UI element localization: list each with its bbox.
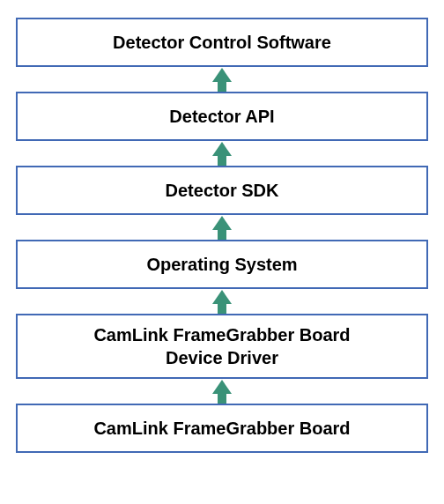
layer-camlink-board: CamLink FrameGrabber Board (16, 404, 428, 453)
layer-label: Operating System (146, 253, 297, 276)
layer-label: Detector SDK (166, 179, 279, 202)
arrow-connector (16, 289, 428, 314)
layer-detector-api: Detector API (16, 92, 428, 141)
layer-label: Detector Control Software (113, 31, 331, 54)
layer-label: Detector API (169, 105, 274, 128)
arrow-connector (16, 379, 428, 404)
software-stack-diagram: Detector Control Software Detector API D… (0, 0, 444, 504)
layer-detector-control-software: Detector Control Software (16, 18, 428, 67)
layer-label: CamLink FrameGrabber Board (93, 417, 350, 440)
layer-camlink-device-driver: CamLink FrameGrabber BoardDevice Driver (16, 314, 428, 379)
arrow-connector (16, 141, 428, 166)
layer-detector-sdk: Detector SDK (16, 166, 428, 215)
arrow-connector (16, 215, 428, 240)
layer-label: CamLink FrameGrabber BoardDevice Driver (93, 323, 350, 369)
arrow-connector (16, 67, 428, 92)
layer-operating-system: Operating System (16, 240, 428, 289)
